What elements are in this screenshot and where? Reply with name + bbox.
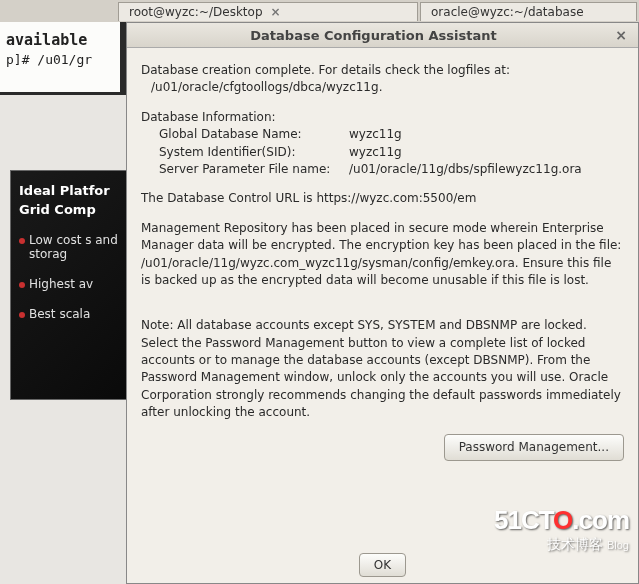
info-header: Database Information: — [141, 109, 624, 126]
info-label: Global Database Name: — [159, 126, 349, 143]
control-url-text: The Database Control URL is https://wyzc… — [141, 190, 624, 207]
tab-oracle-database[interactable]: oracle@wyzc:~/database — [420, 2, 637, 21]
info-label: System Identifier(SID): — [159, 144, 349, 161]
close-icon[interactable]: × — [271, 5, 281, 19]
dialog-titlebar[interactable]: Database Configuration Assistant × — [127, 23, 638, 48]
marketing-bullet: Low cost s and storag — [19, 233, 121, 261]
dialog-body: Database creation complete. For details … — [127, 48, 638, 469]
info-value: wyzc11g — [349, 126, 402, 143]
marketing-title: Ideal Platfor — [19, 183, 121, 198]
marketing-subtitle: Grid Comp — [19, 202, 121, 217]
tab-label: root@wyzc:~/Desktop — [129, 5, 263, 19]
close-icon[interactable]: × — [612, 27, 630, 43]
repository-text: Management Repository has been placed in… — [141, 220, 624, 290]
accounts-note-text: Note: All database accounts except SYS, … — [141, 317, 624, 421]
info-row-spfile: Server Parameter File name: /u01/oracle/… — [141, 161, 624, 178]
terminal-output: available p]# /u01/gr — [0, 22, 120, 92]
password-management-button[interactable]: Password Management... — [444, 434, 624, 461]
info-row-sid: System Identifier(SID): wyzc11g — [141, 144, 624, 161]
terminal-tab-bar: root@wyzc:~/Desktop × oracle@wyzc:~/data… — [0, 0, 639, 22]
terminal-line: available — [6, 30, 114, 51]
database-info-block: Database Information: Global Database Na… — [141, 109, 624, 179]
watermark: 51CTO.com 技术博客Blog — [494, 505, 629, 554]
info-value: wyzc11g — [349, 144, 402, 161]
tab-root-desktop[interactable]: root@wyzc:~/Desktop × — [118, 2, 418, 21]
info-label: Server Parameter File name: — [159, 161, 349, 178]
tab-label: oracle@wyzc:~/database — [431, 5, 584, 19]
marketing-bullet: Best scala — [19, 307, 121, 321]
marketing-panel: Ideal Platfor Grid Comp Low cost s and s… — [10, 170, 130, 400]
info-value: /u01/oracle/11g/dbs/spfilewyzc11g.ora — [349, 161, 582, 178]
terminal-line: p]# /u01/gr — [6, 51, 114, 69]
marketing-bullet: Highest av — [19, 277, 121, 291]
info-row-global-name: Global Database Name: wyzc11g — [141, 126, 624, 143]
ok-button[interactable]: OK — [359, 553, 406, 577]
dialog-title: Database Configuration Assistant — [135, 28, 612, 43]
creation-complete-text: Database creation complete. For details … — [141, 62, 624, 97]
dbca-dialog: Database Configuration Assistant × Datab… — [126, 22, 639, 584]
